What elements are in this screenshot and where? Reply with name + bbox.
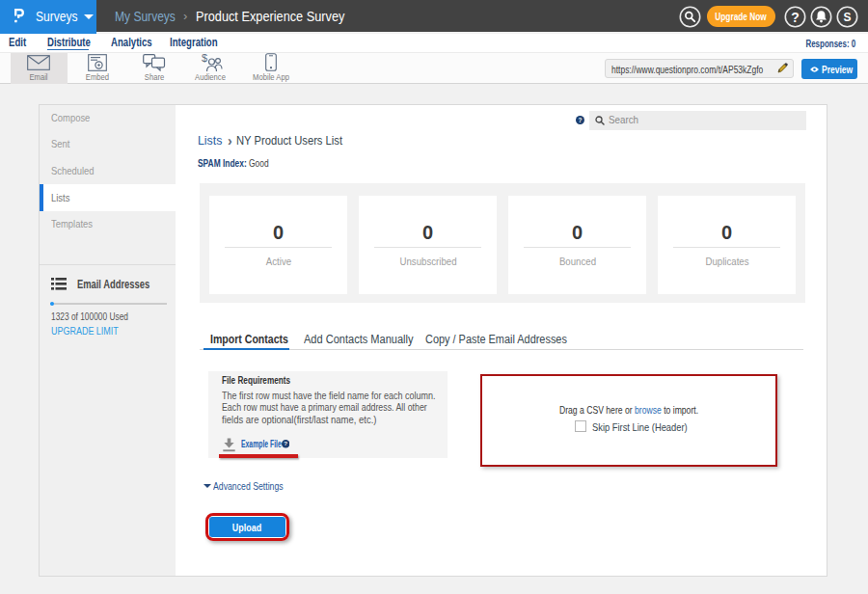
svg-text:?: ?	[791, 10, 800, 25]
svg-text:$: $	[202, 53, 207, 64]
svg-text:?: ?	[579, 116, 583, 122]
svg-text:S: S	[843, 11, 851, 24]
svg-text:?: ?	[284, 440, 287, 446]
